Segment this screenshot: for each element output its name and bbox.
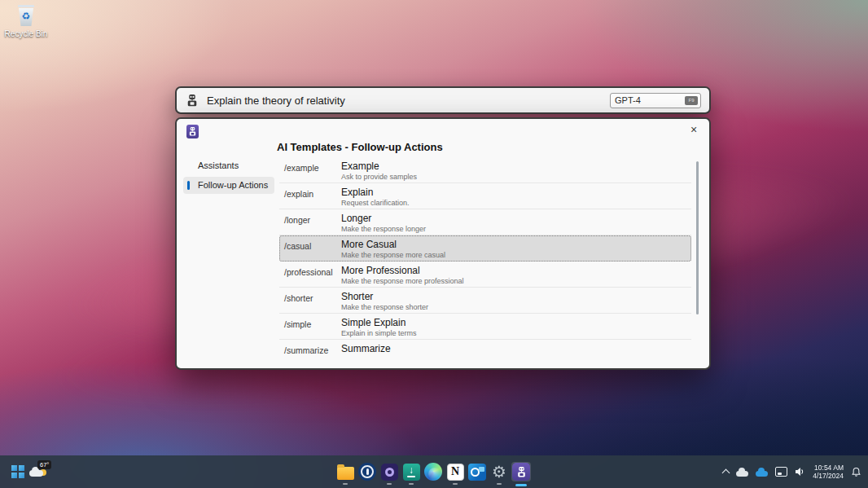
recycle-bin-label: Recycle Bin [3,29,49,38]
taskbar-item-clipchamp[interactable] [379,462,399,481]
dialog-sidebar: Assistants Follow-up Actions [183,157,274,196]
ai-templates-dialog: × AI Templates - Follow-up Actions Assis… [175,117,711,370]
app-robot-icon [186,125,199,138]
template-row[interactable]: /casual More Casual Make the response mo… [279,235,691,262]
template-name: More Professional [341,266,685,276]
start-pane [19,473,24,478]
template-command: /example [284,161,341,182]
template-command: /summarize [284,344,341,355]
recycle-bin-shortcut[interactable]: ♻ Recycle Bin [3,5,49,38]
template-text-block: Summarize [341,344,685,355]
notification-bell-icon[interactable] [851,467,861,477]
taskbar-item-1password[interactable] [357,462,377,481]
taskbar-app-icons: ↓ N ⚙ [335,462,531,481]
template-description: Make the response longer [341,225,685,234]
template-command: /shorter [284,292,341,313]
settings-gear-icon: ⚙ [492,463,506,481]
taskbar-clock[interactable]: 10:54 AM 4/17/2024 [813,464,844,480]
start-pane [11,465,17,471]
taskbar: 67° ↓ N ⚙ [0,455,868,488]
prompt-input[interactable]: Explain the theory of relativity [207,95,603,107]
template-row[interactable]: /professional More Professional Make the… [279,262,691,288]
cast-display-icon[interactable] [775,467,787,477]
template-command: /simple [284,318,341,339]
file-explorer-icon [337,467,354,480]
notion-icon: N [447,464,464,481]
template-description: Make the response shorter [341,303,685,312]
template-row[interactable]: /summarize Summarize [279,340,691,355]
template-description: Ask to provide samples [341,173,685,182]
close-icon[interactable]: × [686,122,701,137]
recycle-bin-lid [18,5,34,7]
model-selector[interactable]: GPT-4 F9 [610,93,701,108]
template-command: /casual [284,240,341,261]
robot-icon [185,93,199,108]
template-row[interactable]: /example Example Ask to provide samples [279,157,691,183]
taskbar-item-file-explorer[interactable] [335,462,355,481]
template-row[interactable]: /explain Explain Request clarification. [279,183,691,209]
clock-time: 10:54 AM [813,464,844,472]
template-name: Explain [341,187,685,198]
ai-assistant-icon [512,463,530,481]
model-shortcut-badge: F9 [685,96,698,105]
template-row[interactable]: /longer Longer Make the response longer [279,209,691,235]
clock-date: 4/17/2024 [813,472,844,480]
template-row[interactable]: /simple Simple Explain Explain in simple… [279,314,691,340]
template-description: Explain in simple terms [341,329,685,338]
taskbar-item-edge[interactable] [423,462,443,481]
taskbar-item-outlook[interactable] [467,462,487,481]
taskbar-item-ai-assistant[interactable] [511,462,531,481]
downloads-icon: ↓ [403,464,420,481]
template-text-block: More Casual Make the response more casua… [341,240,685,261]
start-button[interactable] [11,465,24,478]
system-tray: 10:54 AM 4/17/2024 [723,455,861,488]
template-name: Example [341,161,685,172]
start-pane [19,465,24,471]
template-name: Summarize [341,344,685,354]
template-text-block: Explain Request clarification. [341,187,685,209]
onedrive-cloud-icon[interactable] [736,471,748,477]
start-pane [11,473,17,478]
sidebar-item-label: Follow-up Actions [198,180,268,190]
cloud-sync-blue-icon[interactable] [756,471,768,477]
template-text-block: Simple Explain Explain in simple terms [341,318,685,339]
template-description: Make the response more casual [341,251,685,260]
model-selector-value: GPT-4 [615,95,685,105]
template-name: Longer [341,213,685,224]
cloud-icon [29,470,43,477]
template-description: Make the response more professional [341,277,685,286]
template-name: More Casual [341,240,685,250]
taskbar-item-downloads[interactable]: ↓ [401,462,421,481]
template-text-block: Longer Make the response longer [341,213,685,235]
chevron-up-icon[interactable] [722,469,730,477]
1password-icon [358,463,376,481]
template-text-block: More Professional Make the response more… [341,266,685,287]
template-command: /professional [284,266,341,287]
template-command: /explain [284,187,341,209]
clipchamp-icon [381,464,398,481]
scrollbar[interactable] [696,161,699,314]
download-tray-bar [407,476,415,477]
template-list: /example Example Ask to provide samples … [279,157,691,355]
template-command: /longer [284,213,341,235]
outlook-icon [468,464,486,481]
edge-browser-icon [424,463,442,481]
download-arrow-glyph: ↓ [409,466,414,475]
template-row[interactable]: /shorter Shorter Make the response short… [279,288,691,314]
taskbar-item-notion[interactable]: N [445,462,465,481]
recycle-arrows-glyph: ♻ [16,11,36,21]
dialog-title: AI Templates - Follow-up Actions [277,141,443,153]
template-name: Simple Explain [341,318,685,328]
taskbar-item-settings[interactable]: ⚙ [489,462,509,481]
speaker-icon[interactable] [795,467,805,477]
sidebar-item-label: Assistants [198,160,239,170]
prompt-bar: Explain the theory of relativity GPT-4 F… [175,86,711,114]
template-name: Shorter [341,292,685,302]
template-text-block: Shorter Make the response shorter [341,292,685,313]
template-text-block: Example Ask to provide samples [341,161,685,182]
recycle-bin-icon: ♻ [16,5,36,28]
sidebar-item[interactable]: Assistants [183,157,274,174]
sidebar-item[interactable]: Follow-up Actions [183,177,274,194]
weather-widget[interactable]: 67° [29,464,54,481]
template-description: Request clarification. [341,199,685,208]
